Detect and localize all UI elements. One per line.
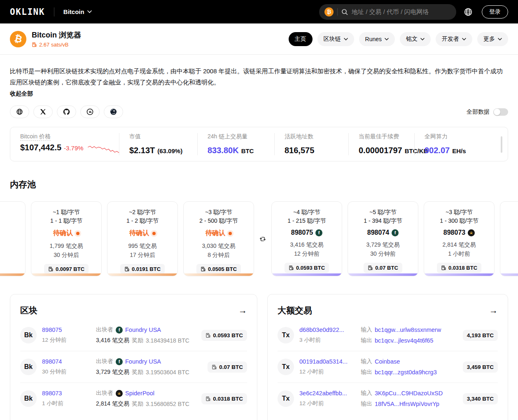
block-height-link[interactable]: 898073 (443, 229, 465, 236)
pending-status-label: 待确认 (53, 229, 73, 238)
block-height-link[interactable]: 898074 (42, 358, 91, 365)
tab-runes[interactable]: Runes (359, 32, 395, 46)
gas-pump-icon (201, 266, 206, 272)
transaction-row[interactable]: Tx d68b03e0d922... 3 小时前 输入bc1qgw...urlw… (278, 320, 498, 351)
block-row[interactable]: Bk 898073 1 小时前 出块者SpiderPool 2,814 笔交易奖… (20, 383, 247, 414)
mempool-card-partial-right[interactable] (500, 201, 518, 276)
pending-status-label: 待确认 (129, 229, 149, 238)
stat-price: Bitcoin 价格 $107,442.5 -3.79% (10, 133, 119, 155)
oklink-logo[interactable]: OKLINK (10, 7, 45, 17)
chain-selector[interactable]: Bitcoin (63, 8, 92, 15)
stat-price-label: Bitcoin 价格 (20, 133, 119, 140)
all-data-label: 全部数据 (467, 108, 490, 116)
gas-pump-icon (205, 396, 211, 401)
block-height-link[interactable]: 898074 (367, 229, 389, 236)
block-avatar: Bk (20, 359, 37, 375)
block-height-link[interactable]: 898075 (42, 327, 91, 333)
hashrate-unit: EH/s (452, 147, 466, 154)
coinmarketcap-link[interactable] (80, 105, 100, 118)
tx-output-address-link[interactable]: 18fV5A...HfrsWpiVovrYp (375, 401, 439, 407)
tx-amount-pill: 4,193 BTC (463, 330, 498, 341)
spiderpool-icon (468, 229, 475, 236)
main-navigation: 主页 区块链 Runes 铭文 开发者 更多 (289, 32, 508, 46)
tx-input-address-link[interactable]: 3K6pCu...C9HDazoUxSD (375, 390, 443, 397)
fee-total-pill: 0.0505 BTC (196, 264, 241, 274)
all-data-toggle-group: 全部数据 (467, 108, 508, 116)
mempool-card-partial-left[interactable] (0, 201, 26, 276)
chevron-down-icon (385, 38, 389, 40)
stat-best-fee: 当前最佳手续费 0.00001797BTC/KB (348, 133, 414, 155)
mempool-mined-card[interactable]: ~5 聪/字节 1 - 394 聪/字节 898074f 3,729 笔交易 3… (348, 201, 418, 276)
block-avatar: Bk (20, 327, 37, 343)
price-value: $107,442.5 (20, 143, 61, 152)
large-transactions-title: 大额交易 (278, 305, 312, 316)
transaction-avatar: Tx (278, 390, 294, 407)
mempool-mined-card[interactable]: ~3 聪/字节 1 - 300 聪/字节 898073 2,814 笔交易 1 … (424, 201, 495, 276)
search-input[interactable] (352, 8, 451, 15)
tab-more[interactable]: 更多 (477, 32, 508, 46)
tab-developers[interactable]: 开发者 (436, 32, 472, 46)
gas-pump-icon (289, 265, 294, 271)
block-height-link[interactable]: 898075 (291, 229, 313, 236)
chevron-down-icon (344, 38, 348, 40)
current-fee-rate: 2.67 sats/vB (32, 42, 81, 48)
github-link[interactable] (57, 105, 76, 118)
tx-input-address-link[interactable]: bc1qgw...urlw8ssxnmerw (375, 327, 441, 333)
block-fee-pill: 0.0593 BTC (201, 330, 247, 341)
tx-amount-pill: 3,340 BTC (463, 393, 498, 404)
block-row[interactable]: Bk 898074 30 分钟前 出块者fFoundry USA 3,729 笔… (20, 351, 247, 383)
stat-volume: 24h 链上交易量 833.80KBTC (197, 133, 274, 155)
fee-total-pill: 0.07 BTC (364, 263, 402, 273)
transactions-view-all-arrow-icon[interactable]: → (489, 306, 498, 315)
website-link[interactable] (10, 105, 29, 118)
tab-home[interactable]: 主页 (289, 32, 313, 46)
tx-input-address-link[interactable]: Coinbase (375, 358, 400, 365)
tab-inscriptions[interactable]: 铭文 (400, 32, 431, 46)
website-globe-icon (16, 108, 23, 115)
mempool-pending-card[interactable]: ~1 聪/字节 1 - 1 聪/字节 待确认 1,799 笔交易 30 分钟后 … (31, 201, 102, 276)
blocks-panel-title: 区块 (20, 305, 37, 316)
coingecko-link[interactable] (104, 105, 123, 118)
mempool-mined-card[interactable]: ~4 聪/字节 1 - 215 聪/字节 898075f 3,416 笔交易 1… (271, 201, 342, 276)
tx-output-address-link[interactable]: bc1qqr...zgst0da9hcrg3 (375, 369, 437, 376)
chevron-down-icon (462, 38, 466, 40)
language-globe-icon[interactable] (464, 7, 473, 16)
miner-link[interactable]: SpiderPool (125, 390, 154, 397)
tx-amount-pill: 3,459 BTC (463, 362, 498, 373)
network-stats-strip: Bitcoin 价格 $107,442.5 -3.79% 市值 $2.13T(6… (10, 127, 508, 161)
chain-selector-label: Bitcoin (63, 8, 84, 15)
block-height-link[interactable]: 898073 (42, 390, 91, 397)
login-button[interactable]: 登录 (482, 5, 508, 19)
mempool-pending-card[interactable]: ~2 聪/字节 1 - 2 聪/字节 待确认 995 笔交易 17 分钟后 0.… (107, 201, 178, 276)
x-icon (40, 109, 46, 115)
chevron-down-icon (498, 38, 502, 40)
hashrate-value: 902.07 (425, 146, 450, 155)
gas-pump-icon (124, 266, 130, 272)
miner-link[interactable]: Foundry USA (125, 327, 161, 333)
tab-blockchain[interactable]: 区块链 (317, 32, 354, 46)
stats-scrollbar[interactable] (501, 136, 502, 153)
pending-dot-icon (152, 232, 156, 235)
social-links-row: 全部数据 (10, 105, 508, 118)
all-data-toggle[interactable] (493, 108, 508, 116)
transaction-row[interactable]: Tx 00191ad0a5314... 12 小时前 输入Coinbase 输出… (278, 351, 498, 383)
mempool-boundary-repeat-icon[interactable] (259, 201, 266, 276)
fee-total-pill: 0.0097 BTC (44, 264, 89, 274)
tx-output-address-link[interactable]: bc1qcv...jlesv4q4t6f65 (375, 337, 433, 344)
collapse-all-link[interactable]: 收起全部 (10, 90, 33, 98)
marketcap-value: $2.13T (129, 146, 155, 155)
mempool-pending-card[interactable]: ~3 聪/字节 2 - 500 聪/字节 待确认 3,030 笔交易 8 分钟后… (183, 201, 254, 276)
github-icon (63, 108, 70, 115)
pending-dot-icon (76, 232, 79, 235)
x-twitter-link[interactable] (33, 105, 53, 118)
block-avatar: Bk (20, 390, 37, 407)
miner-link[interactable]: Foundry USA (125, 358, 161, 365)
tx-hash-link[interactable]: d68b03e0d922... (299, 327, 355, 333)
search-bar[interactable]: ₿ (319, 4, 456, 20)
blocks-view-all-arrow-icon[interactable]: → (238, 306, 247, 315)
fee-total-pill: 0.0191 BTC (120, 264, 165, 274)
tx-hash-link[interactable]: 00191ad0a5314... (299, 358, 355, 365)
transaction-row[interactable]: Tx 3e6c242abeffbb... 12 小时前 输入3K6pCu...C… (278, 383, 498, 414)
block-row[interactable]: Bk 898075 12 分钟前 出块者fFoundry USA 3,416 笔… (20, 320, 247, 351)
tx-hash-link[interactable]: 3e6c242abeffbb... (299, 390, 355, 397)
